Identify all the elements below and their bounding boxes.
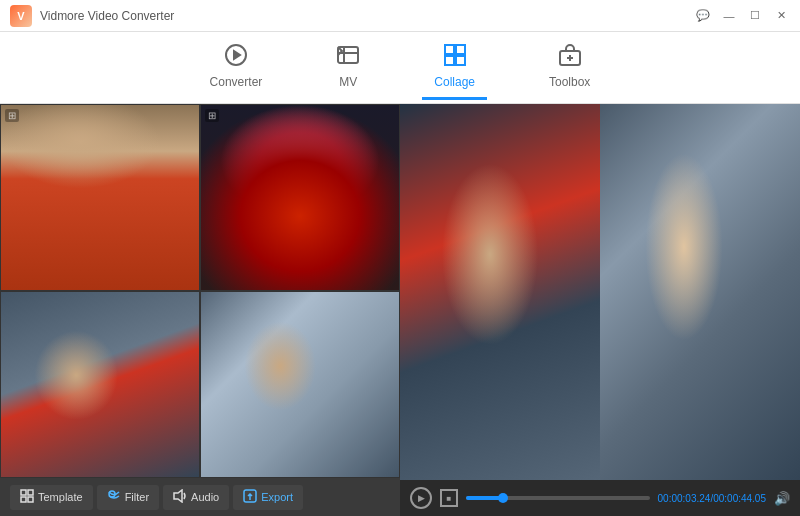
top-navigation: Converter MV Collage [0,32,800,104]
preview-cell-2 [600,104,800,480]
svg-rect-6 [456,45,465,54]
left-toolbar: Template Filter [0,478,400,516]
filter-label: Filter [125,491,149,503]
svg-marker-1 [234,51,240,59]
converter-label: Converter [210,75,263,89]
app-logo: V [10,5,32,27]
main-content: ⊞ ⊞ [0,104,800,516]
app-title: Vidmore Video Converter [40,9,694,23]
progress-bar[interactable] [466,496,650,500]
window-controls: 💬 — ☐ ✕ [694,7,790,25]
svg-rect-13 [28,490,33,495]
video-cell-4[interactable] [200,291,400,478]
title-bar: V Vidmore Video Converter 💬 — ☐ ✕ [0,0,800,32]
video-cell-2[interactable]: ⊞ [200,104,400,291]
video-grid: ⊞ ⊞ [0,104,400,478]
cell-1-icon: ⊞ [5,109,19,122]
svg-rect-8 [456,56,465,65]
template-label: Template [38,491,83,503]
video-cell-3[interactable] [0,291,200,478]
collage-icon [443,43,467,71]
filter-icon [107,489,121,506]
audio-label: Audio [191,491,219,503]
svg-rect-12 [21,490,26,495]
progress-dot [498,493,508,503]
filter-button[interactable]: Filter [97,485,159,510]
preview-cell-1 [400,104,600,480]
preview-grid [400,104,800,480]
stop-button[interactable]: ■ [440,489,458,507]
nav-toolbox[interactable]: Toolbox [537,35,602,100]
audio-button[interactable]: Audio [163,485,229,510]
svg-rect-15 [28,497,33,502]
minimize-button[interactable]: — [720,7,738,25]
toolbox-label: Toolbox [549,75,590,89]
preview-panel: ▶ ■ 00:00:03.24/00:00:44.05 🔊 [400,104,800,516]
export-label: Export [261,491,293,503]
export-button[interactable]: Export [233,485,303,510]
template-icon [20,489,34,506]
mv-label: MV [339,75,357,89]
time-display: 00:00:03.24/00:00:44.05 [658,493,766,504]
player-controls: ▶ ■ 00:00:03.24/00:00:44.05 🔊 [400,480,800,516]
audio-icon [173,489,187,506]
svg-rect-5 [445,45,454,54]
chat-button[interactable]: 💬 [694,7,712,25]
nav-converter[interactable]: Converter [198,35,275,100]
maximize-button[interactable]: ☐ [746,7,764,25]
nav-mv[interactable]: MV [324,35,372,100]
mv-icon [336,43,360,71]
volume-icon[interactable]: 🔊 [774,491,790,506]
close-button[interactable]: ✕ [772,7,790,25]
svg-marker-17 [174,490,182,502]
video-cell-1[interactable]: ⊞ [0,104,200,291]
converter-icon [224,43,248,71]
collage-editor-panel: ⊞ ⊞ [0,104,400,516]
export-icon [243,489,257,506]
toolbox-icon [558,43,582,71]
collage-label: Collage [434,75,475,89]
svg-rect-7 [445,56,454,65]
cell-2-icon: ⊞ [205,109,219,122]
template-button[interactable]: Template [10,485,93,510]
svg-rect-14 [21,497,26,502]
nav-collage[interactable]: Collage [422,35,487,100]
play-button[interactable]: ▶ [410,487,432,509]
